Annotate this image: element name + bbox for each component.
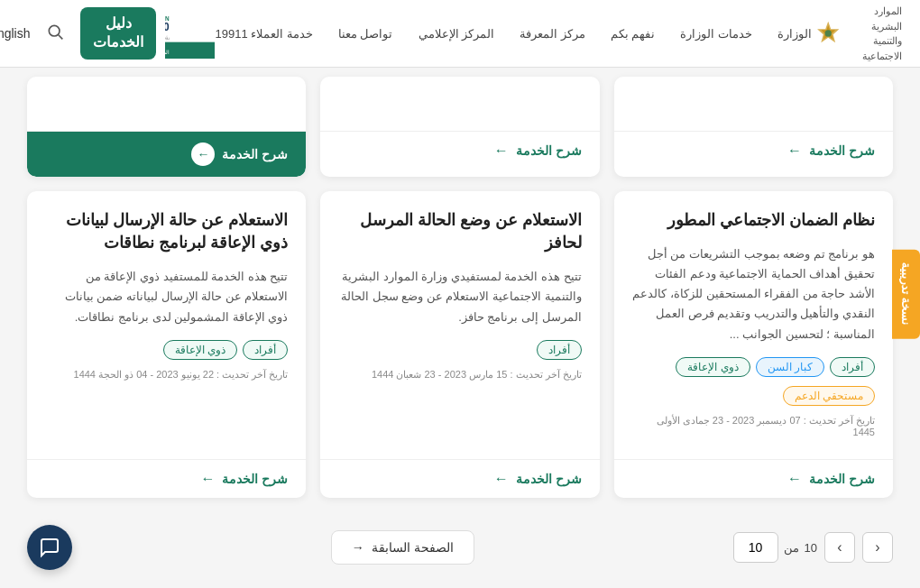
language-button[interactable]: English [0, 25, 30, 41]
top-card-1: شرح الخدمة ← [614, 77, 893, 177]
main-content: شرح الخدمة ← شرح الخدمة ← شرح الخدمة ← ن… [0, 68, 920, 588]
top-card-2: شرح الخدمة ← [320, 77, 599, 177]
nav-item-customer[interactable]: خدمة العملاء 19911 [215, 27, 312, 41]
search-button[interactable] [46, 23, 64, 45]
chat-fab-button[interactable] [27, 525, 72, 570]
service-card-2-title: الاستعلام عن وضع الحالة المرسل لحافز [338, 209, 581, 254]
tag-afrad-2: أفراد [537, 340, 582, 360]
service-card-2-desc: تتيح هذه الخدمة لمستفيدي وزارة الموارد ا… [338, 267, 581, 326]
tag-senior: كبار السن [756, 357, 824, 377]
pagination-nav: ‹ › 10 من [733, 532, 893, 563]
service-card-3-title: الاستعلام عن حالة الإرسال لبيانات ذوي ال… [45, 209, 288, 254]
tag-afrad-3: أفراد [243, 340, 288, 360]
service-card-2-body: الاستعلام عن وضع الحالة المرسل لحافز تتي… [320, 191, 599, 459]
service-card-1-footer: شرح الخدمة ← [614, 459, 893, 498]
arrow-left-icon-3: ← [191, 142, 215, 166]
tag-disability-1: ذوي الإعاقة [676, 357, 750, 377]
nav-item-understand[interactable]: نفهم بكم [611, 27, 656, 41]
ministry-star-icon [812, 11, 844, 56]
svg-text:2030: 2030 [165, 20, 170, 32]
page-input-area: 10 من [733, 532, 817, 563]
service-card-3-footer: شرح الخدمة ← [27, 459, 306, 498]
arrow-left-icon: ← [787, 142, 802, 159]
tag-afrad-1: أفراد [830, 357, 875, 377]
page-total: 10 [805, 541, 817, 555]
service-card-2-link[interactable]: شرح الخدمة ← [338, 471, 581, 487]
service-card-3-desc: تتيح هذه الخدمة للمستفيد ذوي الإعاقة من … [45, 267, 288, 326]
top-card-2-link[interactable]: شرح الخدمة ← [320, 131, 599, 170]
ministry-text: الموارد البشرية والتنمية الاجتماعية [850, 4, 902, 63]
top-card-3: شرح الخدمة ← [27, 77, 306, 177]
pagination-prev-arrow[interactable]: ‹ [862, 532, 893, 563]
top-card-3-link[interactable]: شرح الخدمة ← [27, 131, 306, 177]
service-card-2: الاستعلام عن وضع الحالة المرسل لحافز تتي… [320, 191, 599, 498]
ministry-logo-area: الموارد البشرية والتنمية الاجتماعية [812, 4, 902, 63]
nav-item-services[interactable]: خدمات الوزارة [680, 27, 752, 41]
prev-page-button[interactable]: الصفحة السابقة → [331, 530, 474, 565]
svg-point-9 [50, 25, 60, 36]
arrow-icon-card3: ← [200, 471, 215, 487]
tag-disability-3: ذوي الإعاقة [163, 340, 237, 360]
arrow-icon-card1: ← [787, 471, 802, 487]
service-card-3-tags: أفراد ذوي الإعاقة [45, 340, 288, 360]
svg-text:المملكة العربية: المملكة العربية [165, 49, 170, 55]
tag-support: مستحقي الدعم [783, 386, 875, 406]
nav-item-ministry[interactable]: الوزارة [777, 27, 812, 41]
of-label: من [784, 541, 799, 555]
service-card-1-date: تاريخ آخر تحديث : 07 ديسمبر 2023 - 23 جم… [632, 415, 875, 437]
service-cards-row: نظام الضمان الاجتماعي المطور هو برنامج ت… [27, 191, 893, 498]
service-card-1-desc: هو برنامج تم وضعه بموجب التشريعات من أجل… [632, 244, 875, 344]
service-card-2-footer: شرح الخدمة ← [320, 459, 599, 498]
service-card-1-tags: أفراد كبار السن ذوي الإعاقة [632, 357, 875, 377]
pagination-bar: ‹ › 10 من الصفحة السابقة → [27, 516, 893, 579]
service-card-1-link[interactable]: شرح الخدمة ← [632, 471, 875, 487]
svg-rect-7 [165, 41, 215, 58]
arrow-icon-card2: ← [494, 471, 509, 487]
header-right-area: VISION 2030 رؤية المملكة العربية دليل ال… [0, 7, 215, 60]
service-card-3-link[interactable]: شرح الخدمة ← [45, 471, 288, 487]
chat-icon [39, 537, 60, 558]
main-nav: الوزارة خدمات الوزارة نفهم بكم مركز المع… [215, 27, 812, 41]
top-cards-row: شرح الخدمة ← شرح الخدمة ← شرح الخدمة ← [27, 77, 893, 177]
svg-line-10 [59, 34, 63, 39]
header: الموارد البشرية والتنمية الاجتماعية الوز… [0, 0, 920, 68]
pagination-next-arrow[interactable]: › [824, 532, 855, 563]
top-card-1-link[interactable]: شرح الخدمة ← [614, 131, 893, 170]
service-card-3-date: تاريخ آخر تحديث : 22 يونيو 2023 - 04 ذو … [45, 369, 288, 381]
nav-item-knowledge[interactable]: مركز المعرفة [520, 27, 585, 41]
daleel-logo: دليل الخدمات [80, 7, 156, 60]
service-card-2-date: تاريخ آخر تحديث : 15 مارس 2023 - 23 شعبا… [338, 369, 581, 381]
svg-point-2 [825, 30, 832, 36]
service-card-1: نظام الضمان الاجتماعي المطور هو برنامج ت… [614, 191, 893, 498]
nav-item-media[interactable]: المركز الإعلامي [419, 27, 495, 41]
page-number-input[interactable] [733, 532, 778, 563]
service-card-1-title: نظام الضمان الاجتماعي المطور [632, 209, 875, 232]
service-card-1-body: نظام الضمان الاجتماعي المطور هو برنامج ت… [614, 191, 893, 459]
training-badge: نسخة تدريبية [892, 250, 920, 339]
arrow-left-icon-2: ← [494, 142, 509, 159]
service-card-2-tags: أفراد [338, 340, 581, 360]
arrow-right-icon: → [352, 540, 364, 555]
vision-2030-logo: VISION 2030 رؤية المملكة العربية [165, 9, 215, 59]
logo-area: VISION 2030 رؤية المملكة العربية دليل ال… [80, 7, 215, 60]
service-card-3-body: الاستعلام عن حالة الإرسال لبيانات ذوي ال… [27, 191, 306, 459]
service-card-1-tags-2: مستحقي الدعم [632, 386, 875, 406]
nav-item-contact[interactable]: تواصل معنا [338, 27, 393, 41]
service-card-3: الاستعلام عن حالة الإرسال لبيانات ذوي ال… [27, 191, 306, 498]
